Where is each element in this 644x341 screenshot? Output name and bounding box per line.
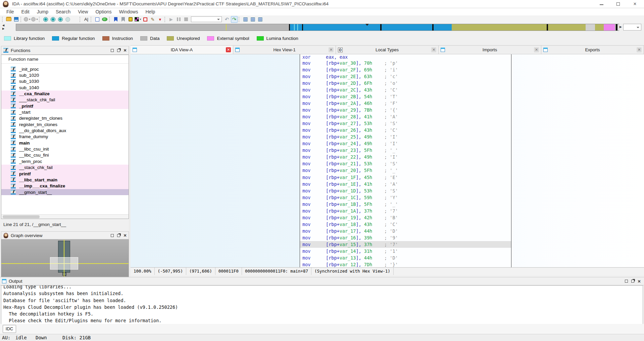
- navband-right-arrow-icon[interactable]: ▶: [620, 25, 622, 29]
- disasm-line[interactable]: mov[rbp+var_1D], 53h; 'S': [300, 187, 511, 194]
- function-name-column-header[interactable]: Function name: [1, 55, 129, 64]
- function-row[interactable]: f__do_global_dtors_aux: [1, 127, 129, 133]
- navband-shrink-icon[interactable]: ◀▶: [2, 24, 6, 31]
- disasm-line[interactable]: mov[rbp+var_1B], 5Fh; '_': [300, 201, 511, 208]
- close-icon[interactable]: ×: [123, 234, 127, 237]
- function-row[interactable]: fframe_dummy: [1, 134, 129, 140]
- minimize-button[interactable]: [594, 0, 609, 8]
- jump-address-icon[interactable]: [42, 16, 49, 23]
- function-row[interactable]: f__gmon_start__: [1, 189, 129, 195]
- restore-icon[interactable]: [111, 49, 114, 52]
- menu-item-file[interactable]: File: [3, 8, 18, 15]
- disasm-line[interactable]: mov[rbp+var_2F], 69h; 'i': [300, 66, 511, 73]
- graph-view-canvas[interactable]: xoreax, eaxmov[rbp+var_30], 70h; 'p'mov[…: [131, 54, 644, 267]
- function-row[interactable]: f__libc_csu_init: [1, 146, 129, 152]
- menu-item-help[interactable]: Help: [142, 8, 159, 15]
- menu-item-edit[interactable]: Edit: [18, 8, 33, 15]
- navigation-band[interactable]: [16, 24, 619, 31]
- function-row[interactable]: f__stack_chk_fail: [1, 165, 129, 171]
- disasm-line[interactable]: mov[rbp+var_12], 7Dh; '}': [300, 261, 511, 267]
- scrollbar-thumb[interactable]: [3, 215, 40, 218]
- tab-close-icon[interactable]: ✕: [534, 47, 539, 52]
- list-1-icon[interactable]: [242, 16, 249, 23]
- disasm-line[interactable]: mov[rbp+var_30], 70h; 'p': [300, 60, 511, 66]
- disasm-line[interactable]: mov[rbp+var_16], 39h; '9': [300, 234, 511, 241]
- disasm-line[interactable]: mov[rbp+var_13], 44h; 'D': [300, 254, 511, 261]
- disasm-line[interactable]: mov[rbp+var_23], 5Fh; '_': [300, 147, 511, 154]
- jump-name-icon[interactable]: [50, 16, 56, 23]
- viewport-rectangle[interactable]: [50, 257, 78, 270]
- function-row[interactable]: f_term_proc: [1, 158, 129, 164]
- float-icon[interactable]: [117, 234, 120, 237]
- functions-hscrollbar[interactable]: [1, 214, 129, 219]
- tab-close-icon[interactable]: ✕: [637, 47, 642, 52]
- tab-close-icon[interactable]: ✕: [431, 47, 436, 52]
- disasm-line[interactable]: mov[rbp+var_26], 43h; 'C': [300, 127, 511, 133]
- tab-hex-view-1[interactable]: Hex View-1✕: [233, 45, 336, 54]
- disasm-line[interactable]: mov[rbp+var_1A], 37h; '7': [300, 208, 511, 214]
- functions-panel-titlebar[interactable]: f Functions ×: [1, 46, 129, 55]
- function-row[interactable]: f___stack_chk_fail: [1, 97, 129, 103]
- tab-close-icon[interactable]: ✕: [329, 47, 334, 52]
- disasm-line[interactable]: mov[rbp+var_2E], 63h; 'c': [300, 73, 511, 80]
- disasm-line[interactable]: mov[rbp+var_15], 37h; '7': [300, 241, 511, 248]
- graph-overview-canvas[interactable]: [1, 239, 129, 277]
- function-row[interactable]: fmain: [1, 140, 129, 146]
- close-button[interactable]: ×: [627, 0, 643, 8]
- float-icon[interactable]: [117, 49, 120, 52]
- open-file-icon[interactable]: [5, 16, 12, 23]
- function-row[interactable]: f__libc_csu_fini: [1, 152, 129, 158]
- function-row[interactable]: f_init_proc: [1, 66, 129, 72]
- flag-red-icon[interactable]: [94, 16, 101, 23]
- function-row[interactable]: fsub_1040: [1, 84, 129, 91]
- tab-local-types[interactable]: OLocal Types✕: [336, 45, 439, 54]
- jump-segment-icon[interactable]: [57, 16, 64, 23]
- float-icon[interactable]: [631, 280, 634, 283]
- disasm-line[interactable]: mov[rbp+var_19], 42h; 'B': [300, 214, 511, 221]
- function-row[interactable]: fderegister_tm_clones: [1, 115, 129, 121]
- ribbon-gray-icon[interactable]: [120, 16, 127, 23]
- close-icon[interactable]: ×: [638, 280, 641, 283]
- function-row[interactable]: fsub_1030: [1, 78, 129, 84]
- jump-problem-icon[interactable]: [64, 16, 71, 23]
- list-2-icon[interactable]: [249, 16, 256, 23]
- disasm-line[interactable]: mov[rbp+var_22], 49h; 'I': [300, 154, 511, 160]
- disasm-line[interactable]: mov[rbp+var_1E], 41h; 'A': [300, 181, 511, 187]
- disasm-line[interactable]: mov[rbp+var_25], 49h; 'I': [300, 133, 511, 140]
- ribbon-blue-icon[interactable]: [112, 16, 119, 23]
- tab-ida-view-a[interactable]: IDA View-A✕: [131, 45, 233, 54]
- function-row[interactable]: f__imp___cxa_finalize: [1, 183, 129, 189]
- menu-item-options[interactable]: Options: [92, 8, 115, 15]
- disasm-line[interactable]: mov[rbp+var_18], 43h; 'C': [300, 221, 511, 228]
- tab-exports[interactable]: Exports✕: [541, 45, 644, 54]
- function-row[interactable]: fprintf: [1, 171, 129, 177]
- nav-back-icon[interactable]: [24, 16, 31, 23]
- menu-item-jump[interactable]: Jump: [33, 8, 52, 15]
- disasm-line[interactable]: mov[rbp+var_14], 31h; '1': [300, 248, 511, 254]
- disasm-line[interactable]: mov[rbp+var_24], 49h; 'I': [300, 140, 511, 147]
- save-file-icon[interactable]: [13, 16, 19, 23]
- close-icon[interactable]: ×: [123, 49, 127, 52]
- restore-icon[interactable]: [625, 280, 628, 283]
- disasm-line[interactable]: mov[rbp+var_2C], 43h; 'C': [300, 87, 511, 93]
- disasm-line[interactable]: mov[rbp+var_27], 53h; 'S': [300, 120, 511, 127]
- disasm-line[interactable]: mov[rbp+var_1F], 45h; 'E': [300, 174, 511, 181]
- disasm-line[interactable]: mov[rbp+var_28], 41h; 'A': [300, 113, 511, 120]
- shield-yellow-icon[interactable]: [127, 16, 134, 23]
- disasm-line[interactable]: mov[rbp+var_21], 53h; 'S': [300, 160, 511, 167]
- debug-pause-icon[interactable]: [175, 16, 182, 23]
- function-row[interactable]: f_printf: [1, 103, 129, 109]
- nav-forward-icon[interactable]: [31, 16, 38, 23]
- disasm-line[interactable]: mov[rbp+var_17], 44h; 'D': [300, 228, 511, 234]
- green-ellipse-icon[interactable]: [101, 16, 108, 23]
- text-options-icon[interactable]: A|: [83, 16, 90, 23]
- menu-item-view[interactable]: View: [74, 8, 92, 15]
- grid-green-icon[interactable]: [135, 16, 141, 23]
- function-row[interactable]: f__cxa_finalize: [1, 91, 129, 97]
- win-red-icon[interactable]: [142, 16, 149, 23]
- undo-icon[interactable]: ↶: [224, 16, 230, 23]
- debug-combo-icon[interactable]: [191, 16, 222, 22]
- function-row[interactable]: fregister_tm_clones: [1, 121, 129, 127]
- list-3-icon[interactable]: [257, 16, 263, 23]
- warn-red-icon[interactable]: ▼: [157, 16, 163, 23]
